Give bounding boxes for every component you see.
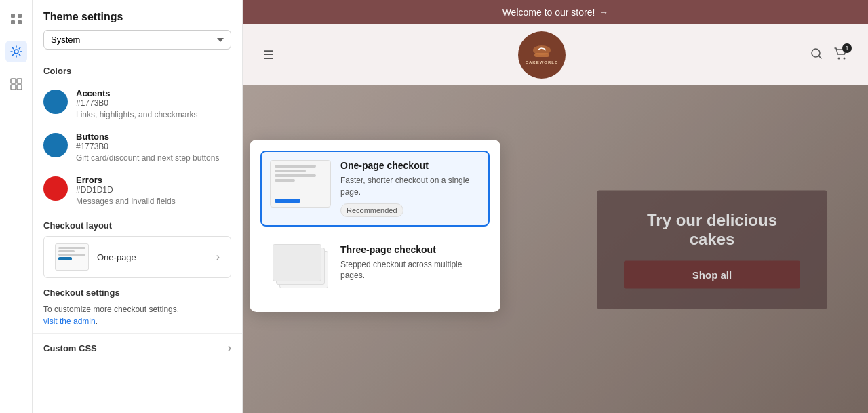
three-page-desc: Stepped checkout across multiple pages. — [340, 259, 480, 282]
system-dropdown[interactable]: System — [43, 30, 231, 50]
checkout-settings-title: Checkout settings — [43, 288, 231, 298]
svg-rect-5 — [11, 79, 16, 83]
buttons-hex: #1773B0 — [76, 142, 219, 151]
one-page-option[interactable]: One-page checkout Faster, shorter checko… — [260, 151, 490, 227]
cart-badge: 1 — [842, 43, 852, 53]
custom-css-label: Custom CSS — [43, 343, 97, 353]
checkout-settings-desc: To customize more checkout settings, vis… — [43, 303, 231, 328]
checkout-layout-label: One-page — [97, 252, 208, 262]
banner-arrow: → — [599, 7, 608, 18]
accents-swatch — [43, 90, 68, 114]
store-logo: CAKEWORLD — [518, 31, 566, 79]
layout-thumbnail — [55, 243, 89, 271]
one-page-thumbnail — [270, 160, 331, 208]
three-page-content: Three-page checkout Stepped checkout acr… — [340, 244, 480, 288]
accents-hex: #1773B0 — [76, 98, 197, 108]
checkout-modal-overlay: One-page checkout Faster, shorter checko… — [243, 85, 868, 413]
svg-point-13 — [844, 57, 846, 59]
chevron-down-icon: › — [228, 342, 231, 354]
svg-rect-6 — [17, 79, 22, 83]
three-page-thumbnail — [270, 244, 331, 292]
settings-icon[interactable] — [5, 41, 27, 62]
buttons-desc: Gift card/discount and next step buttons — [76, 153, 219, 164]
visit-admin-link[interactable]: visit the admin — [43, 317, 96, 326]
svg-rect-1 — [18, 14, 22, 18]
colors-section-title: Colors — [33, 60, 242, 83]
svg-rect-10 — [534, 53, 549, 57]
accents-desc: Links, highlights, and checkmarks — [76, 109, 197, 121]
errors-hex: #DD1D1D — [76, 185, 176, 195]
svg-rect-0 — [11, 14, 15, 18]
svg-rect-7 — [11, 85, 16, 90]
store-banner: Welcome to our store! → — [243, 0, 868, 24]
cart-icon[interactable]: 1 — [833, 46, 848, 64]
buttons-info: Buttons #1773B0 Gift card/discount and n… — [76, 132, 219, 164]
one-page-title: One-page checkout — [340, 160, 480, 171]
header-icons: 1 — [810, 46, 848, 64]
accents-label: Accents — [76, 88, 197, 98]
buttons-color-item[interactable]: Buttons #1773B0 Gift card/discount and n… — [33, 126, 242, 170]
svg-point-12 — [838, 57, 840, 59]
accents-info: Accents #1773B0 Links, highlights, and c… — [76, 88, 197, 121]
custom-css-item[interactable]: Custom CSS › — [33, 333, 242, 362]
buttons-label: Buttons — [76, 132, 219, 142]
errors-label: Errors — [76, 175, 176, 185]
recommended-badge: Recommended — [340, 203, 403, 217]
svg-rect-2 — [11, 20, 15, 24]
hero-area: Try our delicious cakes Shop all — [243, 85, 868, 413]
checkout-layout-title: Checkout layout — [33, 212, 242, 236]
settings-title: Theme settings — [33, 0, 242, 30]
grid-icon[interactable] — [5, 8, 27, 30]
accents-color-item[interactable]: Accents #1773B0 Links, highlights, and c… — [33, 83, 242, 126]
checkout-layout-item[interactable]: One-page › — [43, 236, 231, 278]
checkout-modal: One-page checkout Faster, shorter checko… — [250, 140, 500, 312]
errors-info: Errors #DD1D1D Messages and invalid fiel… — [76, 175, 176, 208]
store-header: ☰ CAKEWORLD 1 — [243, 24, 868, 85]
chevron-right-icon: › — [216, 251, 220, 263]
one-page-content: One-page checkout Faster, shorter checko… — [340, 160, 480, 217]
settings-panel: Theme settings System Colors Accents #17… — [33, 0, 243, 413]
errors-desc: Messages and invalid fields — [76, 196, 176, 208]
banner-text: Welcome to our store! — [502, 7, 595, 18]
preview-area: Welcome to our store! → ☰ CAKEWORLD 1 — [243, 0, 868, 413]
errors-color-item[interactable]: Errors #DD1D1D Messages and invalid fiel… — [33, 170, 242, 213]
checkout-settings-section: Checkout settings To customize more chec… — [33, 278, 242, 333]
svg-rect-8 — [17, 85, 22, 90]
hamburger-icon[interactable]: ☰ — [263, 47, 274, 62]
search-icon[interactable] — [810, 47, 823, 64]
three-page-option[interactable]: Three-page checkout Stepped checkout acr… — [260, 235, 490, 301]
svg-rect-3 — [18, 20, 22, 24]
components-icon[interactable] — [5, 73, 27, 95]
errors-swatch — [43, 176, 68, 201]
buttons-swatch — [43, 133, 68, 157]
svg-point-4 — [14, 50, 18, 54]
icon-rail — [0, 0, 33, 413]
one-page-desc: Faster, shorter checkout on a single pag… — [340, 175, 480, 198]
three-page-title: Three-page checkout — [340, 244, 480, 255]
